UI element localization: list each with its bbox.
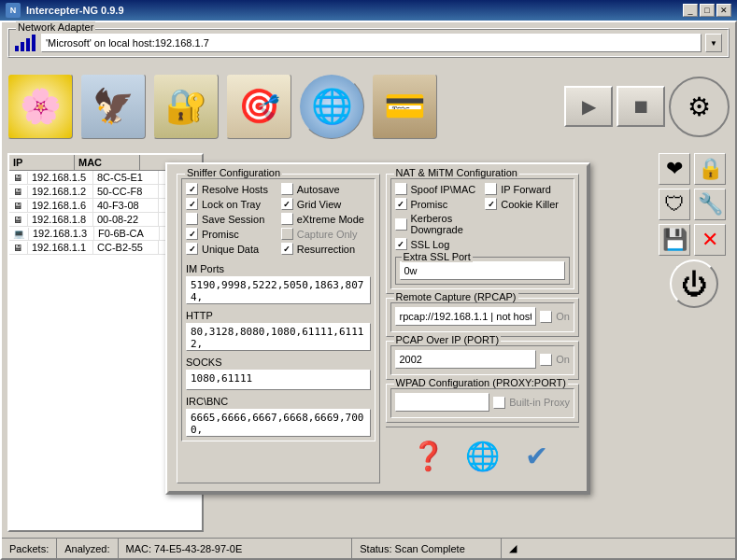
promisc-label: Promisc <box>202 229 239 240</box>
autosave-checkbox[interactable] <box>281 183 293 195</box>
spoof-ip-mac-label: Spoof IP\MAC <box>411 184 476 195</box>
app-icon: N <box>6 3 21 18</box>
maximize-button[interactable]: □ <box>700 4 715 17</box>
minimize-button[interactable]: _ <box>683 4 698 17</box>
unique-data-label: Unique Data <box>202 244 259 255</box>
close-button[interactable]: ✕ <box>716 4 731 17</box>
resurrection-label: Resurrection <box>297 244 355 255</box>
tools-icon-button[interactable]: 🔧 <box>694 189 726 220</box>
ip-cell: 192.168.1.3 <box>29 227 94 240</box>
resolve-hosts-label: Resolve Hosts <box>202 184 268 195</box>
cookie-killer-checkbox[interactable] <box>485 198 497 210</box>
rpcap-on-label: On <box>556 311 570 322</box>
adapter-row: ▼ <box>15 34 722 52</box>
target-tool-icon[interactable]: 🎯 <box>226 74 291 139</box>
network-tool-icon[interactable]: 🌐 <box>299 74 364 139</box>
row-icon: 🖥 <box>9 172 28 184</box>
play-button[interactable]: ▶ <box>564 86 613 127</box>
socks-input[interactable] <box>186 370 371 390</box>
builtin-proxy-label: Built-in Proxy <box>509 397 570 408</box>
ssl-log-checkbox[interactable] <box>395 238 407 250</box>
globe-button[interactable]: 🌐 <box>460 433 504 478</box>
kerberos-label: Kerberos Downgrade <box>411 213 480 235</box>
status-label: Status: Scan Complete <box>360 543 465 554</box>
http-input[interactable] <box>186 323 371 351</box>
mac-cell: 50-CC-F8 <box>93 185 159 198</box>
settings-icon[interactable]: ⚙ <box>669 77 730 137</box>
save-session-label: Save Session <box>202 214 264 225</box>
resolve-hosts-checkbox[interactable] <box>186 183 198 195</box>
shield-icon-button[interactable]: 🛡 <box>659 189 690 220</box>
wpad-label: WPAD Configuration (PROXY:PORT) <box>394 377 568 388</box>
sniffer-config-label: Sniffer Configuration <box>185 167 282 178</box>
extra-ssl-label: Extra SSL Port <box>402 251 473 262</box>
im-ports-label: IM Ports <box>186 263 371 274</box>
mac-cell: CC-B2-55 <box>93 241 159 254</box>
ip-forward-checkbox[interactable] <box>485 183 497 195</box>
modal-icons-row: ❓ 🌐 ✔ <box>386 427 580 483</box>
ip-cell: 192.168.1.8 <box>28 213 93 226</box>
grid-view-checkbox[interactable] <box>281 198 293 210</box>
pcap-on-label: On <box>556 354 570 365</box>
packets-segment: Packets: <box>2 539 57 558</box>
rpcap-label: Remote Capture (RPCAP) <box>394 291 518 302</box>
pcap-input[interactable] <box>395 350 537 369</box>
resize-grip: ◢ <box>502 539 735 558</box>
delete-icon-button[interactable]: ✕ <box>694 224 726 256</box>
resurrection-checkbox[interactable] <box>281 243 293 255</box>
pcap-label: PCAP Over IP (PORT) <box>394 334 502 345</box>
spoof-ip-mac-checkbox[interactable] <box>395 183 407 195</box>
irc-bnc-label: IRC\BNC <box>186 396 371 407</box>
lock2-icon-button[interactable]: 🔒 <box>694 153 726 185</box>
promisc-checkbox[interactable] <box>186 228 198 240</box>
wpad-input[interactable] <box>395 393 490 412</box>
rpcap-on-checkbox[interactable] <box>540 311 552 323</box>
adapter-input[interactable] <box>41 34 702 52</box>
http-label: HTTP <box>186 310 371 321</box>
row-icon: 💻 <box>9 228 29 240</box>
window-title: Intercepter-NG 0.9.9 <box>26 5 124 16</box>
flower-tool-icon[interactable]: 🌸 <box>7 74 73 139</box>
stop-button[interactable]: ⏹ <box>617 86 665 127</box>
lock-tool-icon[interactable]: 🔐 <box>153 74 219 139</box>
mac-cell: 40-F3-08 <box>93 199 159 212</box>
analyzed-label: Analyzed: <box>64 543 109 554</box>
irc-bnc-input[interactable] <box>186 409 371 437</box>
im-ports-input[interactable] <box>186 276 371 304</box>
ip-cell: 192.168.1.1 <box>28 241 93 254</box>
cookie-killer-label: Cookie Killer <box>501 199 559 210</box>
checkmark-button[interactable]: ✔ <box>514 433 559 478</box>
lock-on-tray-label: Lock on Tray <box>202 199 261 210</box>
pcap-on-checkbox[interactable] <box>540 354 552 366</box>
toolbar: 🌸 🦅 🔐 🎯 🌐 💳 ▶ ⏹ ⚙ <box>2 60 735 153</box>
question-button[interactable]: ❓ <box>405 433 450 478</box>
network-adapter-label: Network Adapter <box>16 21 95 33</box>
extreme-mode-checkbox[interactable] <box>281 213 293 225</box>
save-icon-button[interactable]: 💾 <box>659 224 690 256</box>
kerberos-checkbox[interactable] <box>395 218 407 231</box>
heart-icon-button[interactable]: ❤ <box>659 153 690 185</box>
unique-data-checkbox[interactable] <box>186 243 198 255</box>
main-window: Network Adapter ▼ 🌸 🦅 🔐 🎯 🌐 💳 <box>0 21 737 560</box>
extreme-mode-label: eXtreme Mode <box>297 214 364 225</box>
eagle-tool-icon[interactable]: 🦅 <box>80 74 146 139</box>
ip-cell: 192.168.1.2 <box>28 185 93 198</box>
mac-segment: MAC: 74-E5-43-28-97-0E <box>119 539 353 558</box>
adapter-dropdown-button[interactable]: ▼ <box>705 34 722 52</box>
socks-label: SOCKS <box>186 357 371 368</box>
rpcap-input[interactable] <box>395 307 537 326</box>
grid-view-label: Grid View <box>297 199 341 210</box>
extra-ssl-input[interactable] <box>400 261 566 280</box>
nat-promisc-label: Promisc <box>411 199 448 210</box>
save-session-checkbox[interactable] <box>186 213 198 225</box>
builtin-proxy-checkbox[interactable] <box>493 397 505 409</box>
power-icon-button[interactable]: ⏻ <box>670 259 718 308</box>
cards-tool-icon[interactable]: 💳 <box>372 74 437 139</box>
capture-only-checkbox[interactable] <box>281 228 293 240</box>
mac-cell: F0-6B-CA <box>94 227 160 240</box>
network-adapter-icon <box>15 35 37 51</box>
content-area: IP MAC 🖥 192.168.1.5 8C-C5-E1 🖥 192.168.… <box>2 153 735 538</box>
lock-on-tray-checkbox[interactable] <box>186 198 198 210</box>
nat-promisc-checkbox[interactable] <box>395 198 407 210</box>
config-dialog: Sniffer Configuration Resolve Hosts <box>165 162 590 495</box>
